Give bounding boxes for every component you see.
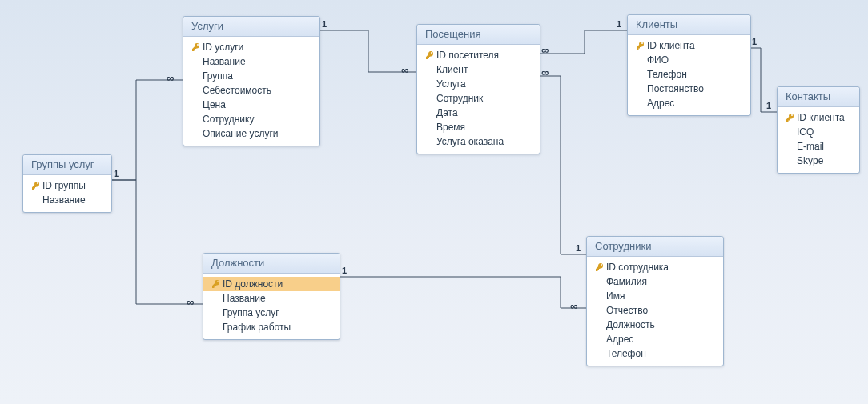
card-label: 1 bbox=[617, 19, 621, 29]
field-label: E-mail bbox=[797, 140, 824, 153]
field-row[interactable]: Группа услуг bbox=[203, 306, 340, 320]
field-row[interactable]: Адрес bbox=[587, 332, 723, 346]
entity-title: Клиенты bbox=[628, 15, 750, 35]
field-label: ID группы bbox=[42, 179, 86, 192]
field-list: ID клиентаICQE-mailSkype bbox=[778, 107, 859, 173]
card-label: 1 bbox=[752, 37, 757, 46]
field-label: ID посетителя bbox=[436, 49, 499, 62]
key-icon bbox=[784, 113, 797, 122]
entity-title: Контакты bbox=[778, 87, 859, 107]
field-list: ID клиентаФИОТелефонПостоянствоАдрес bbox=[628, 35, 750, 115]
key-icon bbox=[634, 41, 647, 50]
field-row[interactable]: ID группы bbox=[23, 178, 111, 193]
field-label: Название bbox=[203, 55, 246, 68]
field-row[interactable]: Группа bbox=[183, 69, 319, 83]
card-label: ∞ bbox=[401, 64, 407, 76]
card-label: ∞ bbox=[167, 72, 172, 84]
field-list: ID услугиНазваниеГруппаСебестоимостьЦена… bbox=[183, 37, 319, 146]
field-label: Группа услуг bbox=[223, 306, 279, 319]
field-row[interactable]: Название bbox=[203, 291, 340, 306]
field-row[interactable]: ID клиента bbox=[778, 110, 859, 125]
key-icon bbox=[210, 279, 223, 289]
field-label: Описание услуги bbox=[203, 127, 279, 140]
field-label: График работы bbox=[223, 321, 291, 334]
field-row[interactable]: ICQ bbox=[778, 125, 859, 139]
entity-clients[interactable]: Клиенты ID клиентаФИОТелефонПостоянствоА… bbox=[627, 14, 751, 116]
entity-title: Посещения bbox=[417, 25, 540, 45]
field-label: Себестоимость bbox=[203, 84, 271, 97]
field-label: Фамилия bbox=[606, 275, 647, 288]
field-label: Skype bbox=[797, 154, 823, 167]
field-label: ICQ bbox=[797, 126, 814, 138]
field-row[interactable]: E-mail bbox=[778, 139, 859, 154]
field-label: Название bbox=[223, 292, 266, 305]
field-label: Цена bbox=[203, 98, 226, 111]
field-row[interactable]: Отчество bbox=[587, 303, 723, 318]
field-row[interactable]: График работы bbox=[203, 320, 340, 334]
key-icon bbox=[593, 262, 606, 272]
card-label: ∞ bbox=[570, 300, 576, 312]
field-row[interactable]: Имя bbox=[587, 289, 723, 303]
field-row[interactable]: Дата bbox=[417, 106, 540, 120]
field-row[interactable]: Адрес bbox=[628, 96, 750, 110]
entity-contacts[interactable]: Контакты ID клиентаICQE-mailSkype bbox=[777, 86, 860, 174]
card-label: 1 bbox=[114, 169, 119, 178]
key-icon bbox=[30, 181, 42, 190]
card-label: ∞ bbox=[541, 44, 547, 56]
entity-groups[interactable]: Группы услуг ID группыНазвание bbox=[22, 154, 112, 213]
field-label: ID услуги bbox=[203, 41, 243, 54]
field-label: Название bbox=[42, 194, 86, 206]
field-row[interactable]: Название bbox=[183, 54, 319, 69]
field-row[interactable]: ID клиента bbox=[628, 38, 750, 53]
field-row[interactable]: Время bbox=[417, 120, 540, 134]
field-row[interactable]: ID услуги bbox=[183, 40, 319, 54]
entity-services[interactable]: Услуги ID услугиНазваниеГруппаСебестоимо… bbox=[183, 16, 320, 146]
field-row[interactable]: Услуга оказана bbox=[417, 134, 540, 149]
field-label: Клиент bbox=[436, 63, 468, 76]
entity-title: Услуги bbox=[183, 17, 319, 37]
field-label: Телефон bbox=[606, 347, 646, 360]
field-label: Адрес bbox=[606, 333, 633, 346]
field-row[interactable]: ID сотрудника bbox=[587, 260, 723, 274]
field-label: Постоянство bbox=[647, 82, 704, 95]
field-list: ID группыНазвание bbox=[23, 175, 111, 212]
key-icon bbox=[424, 50, 436, 60]
field-list: ID сотрудникаФамилияИмяОтчествоДолжность… bbox=[587, 257, 723, 366]
entity-title: Сотрудники bbox=[587, 237, 723, 257]
field-row[interactable]: Название bbox=[23, 193, 111, 207]
entity-visits[interactable]: Посещения ID посетителяКлиентУслугаСотру… bbox=[416, 24, 540, 154]
field-row[interactable]: ID посетителя bbox=[417, 48, 540, 62]
field-row[interactable]: ФИО bbox=[628, 53, 750, 67]
field-row[interactable]: Цена bbox=[183, 98, 319, 112]
field-list: ID посетителяКлиентУслугаСотрудникДатаВр… bbox=[417, 45, 540, 154]
card-label: 1 bbox=[766, 101, 771, 110]
field-row[interactable]: Фамилия bbox=[587, 274, 723, 289]
card-label: 1 bbox=[342, 266, 347, 275]
field-label: Сотруднику bbox=[203, 113, 254, 126]
card-label: 1 bbox=[576, 243, 581, 253]
field-row[interactable]: Описание услуги bbox=[183, 126, 319, 141]
field-row[interactable]: Себестоимость bbox=[183, 83, 319, 98]
field-row[interactable]: Skype bbox=[778, 154, 859, 168]
field-row[interactable]: ID должности bbox=[203, 277, 340, 291]
entity-title: Группы услуг bbox=[23, 155, 111, 175]
field-row[interactable]: Постоянство bbox=[628, 82, 750, 96]
field-row[interactable]: Телефон bbox=[628, 67, 750, 82]
field-label: Отчество bbox=[606, 304, 648, 317]
entity-employees[interactable]: Сотрудники ID сотрудникаФамилияИмяОтчест… bbox=[586, 236, 724, 366]
entity-positions[interactable]: Должности ID должностиНазваниеГруппа усл… bbox=[203, 253, 340, 340]
field-label: Должность bbox=[606, 318, 655, 331]
field-row[interactable]: Клиент bbox=[417, 62, 540, 77]
field-label: ID должности bbox=[223, 278, 283, 290]
field-row[interactable]: Услуга bbox=[417, 77, 540, 91]
field-row[interactable]: Должность bbox=[587, 318, 723, 332]
field-label: Имя bbox=[606, 290, 625, 302]
field-label: ФИО bbox=[647, 54, 669, 66]
key-icon bbox=[190, 42, 203, 52]
field-row[interactable]: Сотрудник bbox=[417, 91, 540, 106]
field-row[interactable]: Сотруднику bbox=[183, 112, 319, 126]
field-label: Сотрудник bbox=[436, 92, 483, 105]
field-row[interactable]: Телефон bbox=[587, 346, 723, 361]
field-label: Услуга bbox=[436, 78, 466, 90]
card-label: ∞ bbox=[187, 296, 192, 308]
